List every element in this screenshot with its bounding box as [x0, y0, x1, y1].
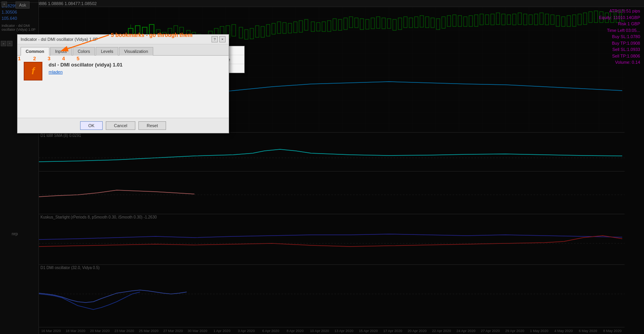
indicator-letter: f — [32, 66, 35, 77]
reset-button[interactable]: Reset — [138, 121, 166, 130]
indicator-info: f dsl - DMI oscillator (vidya) 1.01 mlad… — [24, 62, 222, 80]
dialog-footer: OK Cancel Reset — [18, 118, 229, 133]
dialog-title-buttons: ? × — [212, 36, 226, 42]
indicator-details: dsl - DMI oscillator (vidya) 1.01 mladen — [49, 62, 122, 75]
tab-visualization[interactable]: Visualization — [119, 47, 153, 56]
dialog-tabs: Common Inputs Colors Levels Visualizatio… — [18, 44, 229, 56]
tab-inputs[interactable]: Inputs — [50, 47, 72, 56]
indicator-dialog: Indicator - dsl DMI oscillator (Vidya) 1… — [17, 34, 229, 133]
dialog-body: f dsl - DMI oscillator (vidya) 1.01 mlad… — [18, 56, 229, 118]
tab-colors[interactable]: Colors — [73, 47, 95, 56]
indicator-icon: f — [24, 62, 42, 80]
dialog-close-button[interactable]: × — [219, 36, 226, 42]
indicator-author-link[interactable]: mladen — [49, 70, 63, 74]
dialog-overlay: Edit Delete Close Indicator - dsl DMI os… — [0, 0, 644, 334]
tab-common[interactable]: Common — [21, 47, 49, 56]
ok-button[interactable]: OK — [80, 121, 103, 130]
tab-levels[interactable]: Levels — [96, 47, 118, 56]
dialog-help-button[interactable]: ? — [212, 36, 218, 42]
dialog-title-text: Indicator - dsl DMI oscillator (Vidya) 1… — [21, 37, 98, 42]
cancel-button[interactable]: Cancel — [106, 121, 135, 130]
dialog-title-bar[interactable]: Indicator - dsl DMI oscillator (Vidya) 1… — [18, 35, 229, 44]
indicator-name: dsl - DMI oscillator (vidya) 1.01 — [49, 62, 122, 68]
